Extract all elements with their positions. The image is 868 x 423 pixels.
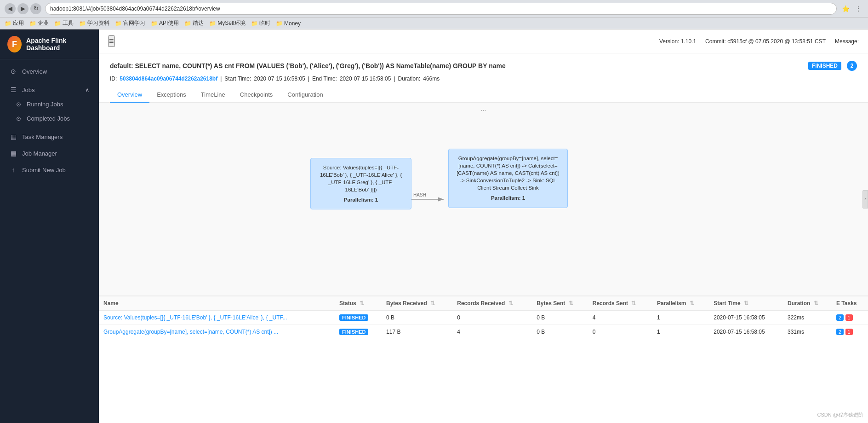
back-button[interactable]: ◀ <box>5 3 16 14</box>
sink-node[interactable]: GroupAggregate(groupBy=[name], select=[n… <box>448 149 568 208</box>
sidebar-item-overview[interactable]: ⊙ Overview <box>0 63 99 80</box>
running-jobs-label: Running Jobs <box>27 101 63 108</box>
row2-start-time: 2020-07-15 16:58:05 <box>709 325 783 339</box>
app-container: F Apache Flink Dashboard ⊙ Overview ☰ Jo… <box>0 29 868 423</box>
bookmark-myself[interactable]: 📁 MySelf环境 <box>209 19 246 27</box>
version-info: Version: 1.10.1 <box>659 38 696 45</box>
message-info: Message: <box>835 38 859 45</box>
row1-duration: 322ms <box>783 311 832 325</box>
bookmark-label: 工具 <box>63 19 74 27</box>
sidebar-item-job-manager[interactable]: ▦ Job Manager <box>0 145 99 162</box>
row2-name[interactable]: GroupAggregate(groupBy=[name], select=[n… <box>99 325 335 339</box>
bookmark-label: 应用 <box>13 19 24 27</box>
bookmark-label: 企业 <box>38 19 49 27</box>
folder-icon: 📁 <box>184 20 191 27</box>
row2-tasks-badge-red: 1 <box>845 329 853 335</box>
sidebar-item-completed-jobs[interactable]: ⊙ Completed Jobs <box>0 111 99 126</box>
col-parallelism[interactable]: Parallelism ⇅ <box>652 296 709 311</box>
row2-status: FINISHED <box>335 325 382 339</box>
duration-label: Duration: <box>398 75 421 82</box>
sidebar-item-submit-job[interactable]: ↑ Submit New Job <box>0 162 99 178</box>
bookmark-label: 官网学习 <box>123 19 145 27</box>
col-status[interactable]: Status ⇅ <box>335 296 382 311</box>
folder-icon: 📁 <box>251 20 258 27</box>
row2-status-badge: FINISHED <box>339 329 368 335</box>
bookmark-study[interactable]: 📁 学习资料 <box>79 19 109 27</box>
app-title: Apache Flink Dashboard <box>26 37 91 52</box>
records-sent-sort-icon: ⇅ <box>631 300 636 307</box>
col-records-received[interactable]: Records Received ⇅ <box>452 296 532 311</box>
row2-name-link[interactable]: GroupAggregate(groupBy=[name], select=[n… <box>103 329 278 335</box>
menu-button[interactable]: ⋮ <box>853 4 863 14</box>
sidebar-jobs-header[interactable]: ☰ Jobs ∧ <box>0 82 99 97</box>
bookmark-tada[interactable]: 📁 踏达 <box>184 19 204 27</box>
col-records-sent[interactable]: Records Sent ⇅ <box>588 296 652 311</box>
commit-info: Commit: c5915cf @ 07.05.2020 @ 13:58:51 … <box>705 38 826 45</box>
sidebar-header: F Apache Flink Dashboard <box>0 29 99 59</box>
col-bytes-received[interactable]: Bytes Received ⇅ <box>382 296 452 311</box>
table-row: GroupAggregate(groupBy=[name], select=[n… <box>99 325 868 339</box>
reload-button[interactable]: ↻ <box>30 3 41 14</box>
tab-configuration[interactable]: Configuration <box>280 87 330 103</box>
job-title: default: SELECT name, COUNT(*) AS cnt FR… <box>110 62 803 70</box>
duration-sort-icon: ⇅ <box>814 300 818 307</box>
col-start-time[interactable]: Start Time ⇅ <box>709 296 783 311</box>
forward-button[interactable]: ▶ <box>17 3 29 14</box>
more-icon[interactable]: ··· <box>481 106 486 114</box>
tab-exceptions[interactable]: Exceptions <box>149 87 194 103</box>
job-parallelism-badge: 2 <box>847 61 857 71</box>
bookmark-money[interactable]: 📁 Money <box>276 20 301 27</box>
bookmark-label: 临时 <box>259 19 270 27</box>
sidebar-item-task-managers[interactable]: ▦ Task Managers <box>0 128 99 145</box>
col-bytes-sent[interactable]: Bytes Sent ⇅ <box>532 296 588 311</box>
row2-bytes-received: 117 B <box>382 325 452 339</box>
table-area: Name Status ⇅ Bytes Received ⇅ <box>99 296 868 339</box>
completed-jobs-icon: ⊙ <box>15 115 22 122</box>
row1-start-time: 2020-07-15 16:58:05 <box>709 311 783 325</box>
top-bar: ≡ Version: 1.10.1 Commit: c5915cf @ 07.0… <box>99 29 868 53</box>
source-node[interactable]: Source: Values(tuples=[[{ _UTF-16LE'Bob'… <box>310 158 411 209</box>
bytes-received-sort-icon: ⇅ <box>430 300 435 307</box>
expand-handle[interactable]: ‹ <box>862 190 868 209</box>
row1-name[interactable]: Source: Values(tuples=[[{ _UTF-16LE'Bob'… <box>99 311 335 325</box>
source-node-label: Source: Values(tuples=[[{ _UTF-16LE'Bob'… <box>317 164 405 193</box>
address-bar[interactable] <box>45 3 837 15</box>
row1-bytes-received: 0 B <box>382 311 452 325</box>
sidebar-item-overview-label: Overview <box>22 68 47 75</box>
folder-icon: 📁 <box>115 20 122 27</box>
job-title-row: default: SELECT name, COUNT(*) AS cnt FR… <box>110 61 857 71</box>
job-status-badge: FINISHED <box>808 62 841 70</box>
sidebar-section-jobs: ☰ Jobs ∧ ⊙ Running Jobs ⊙ Completed Jobs <box>0 80 99 128</box>
row1-bytes-sent: 0 B <box>532 311 588 325</box>
folder-icon: 📁 <box>151 20 158 27</box>
graph-area: ··· Source: Values(tuples=[[{ _UTF-16LE'… <box>99 103 868 296</box>
col-duration[interactable]: Duration ⇅ <box>783 296 832 311</box>
tasks-table: Name Status ⇅ Bytes Received ⇅ <box>99 296 868 339</box>
submit-job-icon: ↑ <box>9 166 17 174</box>
row1-name-link[interactable]: Source: Values(tuples=[[{ _UTF-16LE'Bob'… <box>103 314 287 321</box>
tab-checkpoints[interactable]: Checkpoints <box>233 87 280 103</box>
task-managers-label: Task Managers <box>22 133 63 140</box>
start-time-value: 2020-07-15 16:58:05 <box>254 75 305 82</box>
commit-label: Commit: <box>705 38 726 45</box>
bookmark-apps[interactable]: 📁 应用 <box>5 19 24 27</box>
bookmark-label: API使用 <box>159 19 179 27</box>
sidebar-item-running-jobs[interactable]: ⊙ Running Jobs <box>0 97 99 111</box>
app-logo: F <box>7 36 22 52</box>
bookmark-enterprise[interactable]: 📁 企业 <box>29 19 49 27</box>
extensions-button[interactable]: ⭐ <box>840 4 851 14</box>
bookmark-api[interactable]: 📁 API使用 <box>151 19 179 27</box>
col-e-tasks: E Tasks <box>832 296 868 311</box>
hamburger-button[interactable]: ≡ <box>108 35 115 47</box>
bookmark-tools[interactable]: 📁 工具 <box>54 19 74 27</box>
bookmark-label: Money <box>284 20 301 27</box>
bookmark-official[interactable]: 📁 官网学习 <box>115 19 145 27</box>
sink-node-label: GroupAggregate(groupBy=[name], select=[n… <box>455 155 561 191</box>
tab-timeline[interactable]: TimeLine <box>194 87 233 103</box>
status-sort-icon: ⇅ <box>360 300 364 307</box>
id-label: ID: <box>110 75 117 82</box>
tab-overview[interactable]: Overview <box>110 87 149 103</box>
bookmark-temp[interactable]: 📁 临时 <box>251 19 270 27</box>
row1-status: FINISHED <box>335 311 382 325</box>
sidebar-nav: ⊙ Overview ☰ Jobs ∧ ⊙ Running Jobs ⊙ <box>0 59 99 182</box>
